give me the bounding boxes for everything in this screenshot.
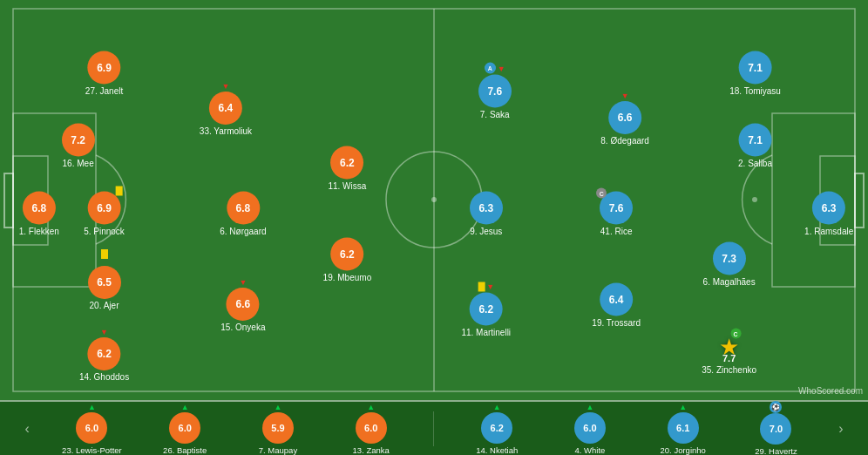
player-odegaard: ▼ 6.6 8. Ødegaard	[600, 92, 649, 146]
player-bubble-ghoddos: 6.2	[88, 337, 121, 370]
whoscored-logo: WhoScored.com	[798, 386, 863, 396]
arrow-white: ▲	[586, 403, 593, 411]
player-name-magalhaes: 6. Magalhães	[703, 276, 756, 286]
player-martinelli: ▼ 6.2 11. Martinelli	[461, 282, 511, 336]
player-ajer: 6.5 20. Ajer	[88, 255, 121, 310]
player-mbeumo: 6.2 19. Mbeumo	[323, 237, 372, 282]
sub-bubble-zanka: 6.0	[356, 412, 387, 444]
player-name-rice: 41. Rice	[600, 227, 633, 236]
arrow-ghoddos: ▼	[100, 328, 108, 336]
player-bubble-mbeumo: 6.2	[330, 237, 363, 270]
sub-name-baptiste: 26. Baptiste	[163, 445, 207, 455]
sub-name-maupay: 7. Maupay	[259, 445, 297, 455]
player-saka: A ▼ 7.6 7. Saka	[478, 63, 512, 119]
arrow-saka: ▼	[498, 64, 505, 72]
player-bubble-yarmoliuk: 6.4	[209, 92, 242, 125]
player-name-flekken: 1. Flekken	[19, 227, 59, 236]
player-name-trossard: 19. Trossard	[592, 317, 641, 327]
arrow-zanka: ▲	[367, 403, 375, 411]
player-name-tomiyasu: 18. Tomiyasu	[729, 85, 781, 95]
sub-name-nketiah: 14. Nketiah	[476, 445, 518, 455]
player-bubble-jesus: 6.3	[470, 192, 503, 225]
svg-rect-6	[4, 173, 13, 228]
player-yarmoliuk: ▼ 6.4 33. Yarmoliuk	[200, 82, 252, 136]
player-name-pinnock: 5. Pinnock	[84, 227, 125, 236]
player-bubble-saliba: 7.1	[739, 124, 772, 157]
player-bubble-saka: 7.6	[478, 75, 512, 108]
player-bubble-flekken: 6.8	[23, 192, 56, 225]
sub-jorginho: ▲ 6.1 20. Jorginho	[653, 403, 714, 455]
sub-bubble-lewis-potter: 6.0	[76, 412, 107, 444]
player-wissa: 6.2 11. Wissa	[328, 146, 366, 191]
player-bubble-martinelli: 6.2	[470, 292, 503, 325]
player-bubble-rice: C 7.6	[600, 192, 633, 225]
arrow-baptiste: ▲	[181, 403, 189, 411]
sub-bubble-jorginho: 6.1	[668, 412, 699, 444]
sub-bubble-maupay: 5.9	[262, 412, 294, 444]
arrow-onyeka: ▼	[239, 278, 247, 287]
player-bubble-pinnock: 6.9	[88, 192, 121, 225]
player-name-norgaard: 6. Nørgaard	[220, 227, 266, 236]
player-bubble-ramsdale: 6.3	[812, 192, 845, 225]
player-bubble-trossard: 6.4	[600, 282, 633, 316]
arrow-lewis-potter: ▲	[88, 403, 96, 411]
player-jesus: 6.3 9. Jesus	[470, 192, 503, 236]
player-name-ramsdale: 1. Ramsdale	[804, 227, 853, 236]
yellow-card-pinnock	[116, 187, 123, 196]
svg-point-2	[386, 152, 482, 248]
player-ramsdale: 6.3 1. Ramsdale	[804, 192, 853, 236]
sub-name-lewis-potter: 23. Lewis-Potter	[62, 445, 122, 455]
player-name-ghoddos: 14. Ghoddos	[79, 372, 129, 382]
player-name-ajer: 20. Ajer	[90, 301, 119, 310]
arrow-maupay: ▲	[274, 403, 281, 411]
player-janelt: 6.9 27. Janelt	[85, 51, 123, 95]
svg-rect-9	[855, 173, 864, 228]
player-name-janelt: 27. Janelt	[85, 85, 123, 95]
player-name-mee: 16. Mee	[63, 159, 94, 168]
player-zinchenko: C ★ 7.7 35. Zinchenko	[702, 336, 756, 375]
player-rice: C 7.6 41. Rice	[600, 192, 633, 236]
player-bubble-mee: 7.2	[62, 124, 95, 157]
scroll-right-button[interactable]: ›	[838, 421, 843, 437]
scroll-left-button[interactable]: ‹	[24, 421, 29, 437]
strip-divider	[433, 411, 434, 446]
player-name-onyeka: 15. Onyeka	[220, 323, 265, 332]
player-bubble-ajer: 6.5	[88, 266, 121, 299]
sub-name-white: 4. White	[575, 445, 606, 455]
sub-bubble-nketiah: 6.2	[481, 412, 512, 444]
star-zinchenko: ★	[719, 336, 739, 358]
pitch: 6.8 1. Flekken 6.9 5. Pinnock 6.9 27. Ja…	[0, 0, 868, 455]
sub-lewis-potter: ▲ 6.0 23. Lewis-Potter	[61, 403, 122, 455]
player-name-saka: 7. Saka	[480, 110, 510, 119]
sub-name-havertz: 29. Havertz	[755, 446, 797, 455]
sub-bubble-baptiste: 6.0	[169, 412, 200, 444]
player-bubble-tomiyasu: 7.1	[739, 51, 772, 84]
player-ghoddos: ▼ 6.2 14. Ghoddos	[79, 328, 129, 382]
player-pinnock: 6.9 5. Pinnock	[84, 192, 125, 236]
player-name-odegaard: 8. Ødegaard	[600, 136, 649, 146]
sub-maupay: ▲ 5.9 7. Maupay	[248, 403, 309, 455]
player-bubble-onyeka: 6.6	[227, 288, 260, 321]
sub-white: ▲ 6.0 4. White	[559, 403, 620, 455]
sub-name-zanka: 13. Zanka	[353, 445, 390, 455]
player-bubble-wissa: 6.2	[330, 146, 363, 180]
player-mee: 7.2 16. Mee	[62, 124, 95, 168]
player-name-yarmoliuk: 33. Yarmoliuk	[200, 126, 252, 136]
player-bubble-janelt: 6.9	[88, 51, 121, 84]
sub-havertz: ⚽ 7.0 29. Havertz	[745, 401, 806, 455]
sub-name-jorginho: 20. Jorginho	[661, 445, 706, 455]
player-norgaard: 6.8 6. Nørgaard	[220, 192, 266, 236]
player-bubble-norgaard: 6.8	[227, 192, 260, 225]
player-onyeka: ▼ 6.6 15. Onyeka	[220, 278, 265, 332]
player-name-jesus: 9. Jesus	[470, 227, 502, 236]
arrow-nketiah: ▲	[493, 403, 501, 411]
arrow-jorginho: ▲	[679, 403, 687, 411]
player-name-mbeumo: 19. Mbeumo	[323, 272, 372, 282]
sub-nketiah: ▲ 6.2 14. Nketiah	[466, 403, 527, 455]
sub-bubble-havertz: 7.0	[760, 413, 791, 445]
player-name-zinchenko: 35. Zinchenko	[702, 365, 756, 375]
player-tomiyasu: 7.1 18. Tomiyasu	[729, 51, 781, 95]
substitutes-strip: ‹ ▲ 6.0 23. Lewis-Potter ▲ 6.0 26. Bapti…	[0, 400, 868, 455]
yellow-card-martinelli	[478, 282, 485, 291]
arrow-odegaard: ▼	[621, 92, 629, 100]
